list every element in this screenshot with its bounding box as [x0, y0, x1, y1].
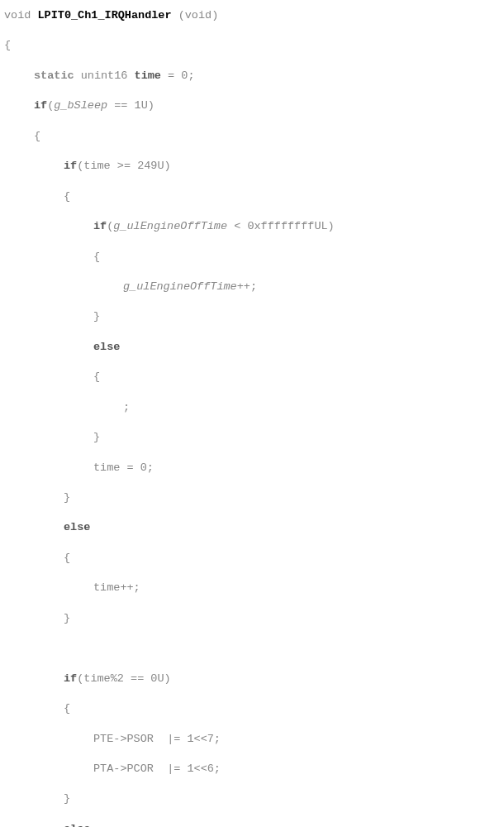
time-reset: time = 0; — [93, 461, 154, 474]
params: (void) — [178, 9, 219, 22]
var-time: time — [135, 69, 161, 82]
pta-pcor: PTA->PCOR — [93, 762, 154, 775]
return-type: void — [4, 9, 31, 22]
type-unint16: unint16 — [81, 69, 128, 82]
hex-max: 0xffffffffUL — [247, 220, 327, 232]
code-block: void LPIT0_Ch1_IRQHandler (void) { stati… — [4, 8, 500, 827]
empty-stmt: ; — [123, 401, 130, 414]
function-name: LPIT0_Ch1_IRQHandler — [38, 9, 172, 22]
pte-psor: PTE->PSOR — [93, 733, 154, 745]
var-engineofftime: g_ulEngineOffTime — [113, 220, 227, 232]
if-kw: if — [34, 99, 47, 112]
time-inc: time++; — [93, 581, 140, 594]
brace-open: { — [4, 39, 11, 51]
static-kw: static — [34, 69, 74, 82]
else-kw: else — [93, 341, 120, 353]
var-g-bsleep: g_bSleep — [54, 99, 107, 112]
